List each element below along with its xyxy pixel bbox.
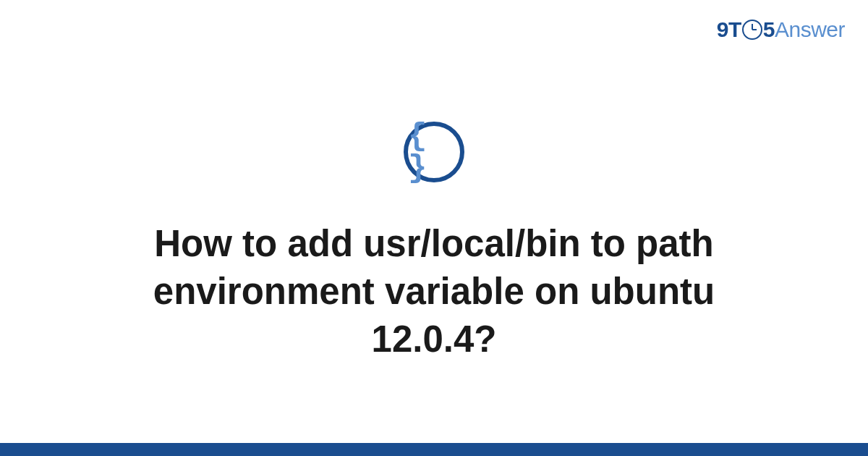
code-braces-icon: { } bbox=[408, 120, 460, 184]
main-content: { } How to add usr/local/bin to path env… bbox=[0, 0, 868, 456]
footer-accent-bar bbox=[0, 443, 868, 456]
topic-icon-circle: { } bbox=[404, 122, 464, 182]
question-title: How to add usr/local/bin to path environ… bbox=[87, 220, 781, 364]
